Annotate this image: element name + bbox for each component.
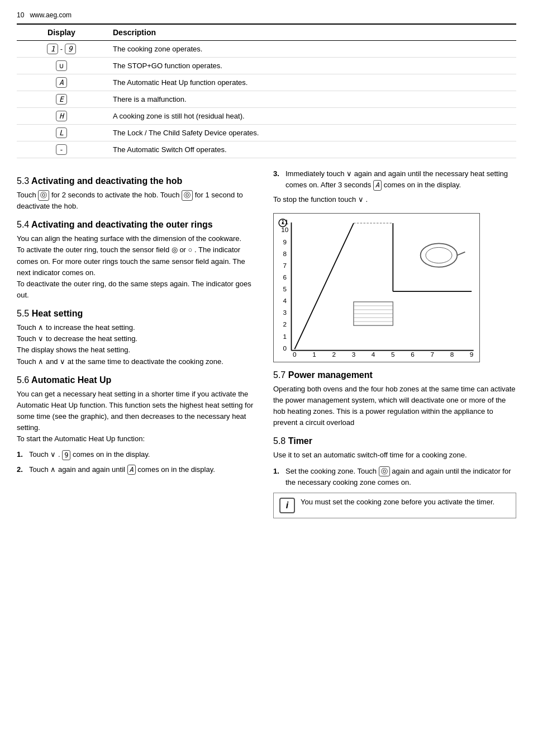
- section-58-steps: 1. Set the cooking zone. Touch ⓞ again a…: [273, 466, 516, 488]
- section-55-body: Touch ∧ to increase the heat setting. To…: [17, 322, 260, 367]
- section-57-title: Power management: [288, 370, 373, 380]
- left-column: 5.3 Activating and deactivating the hob …: [17, 168, 260, 518]
- table-cell-description: The Lock / The Child Safety Device opera…: [106, 125, 516, 141]
- info-text: You must set the cooking zone before you…: [301, 498, 494, 506]
- section-57: 5.7 Power management Operating both oven…: [273, 370, 516, 429]
- svg-text:0: 0: [283, 344, 287, 352]
- section-54-num: 5.4: [17, 220, 29, 229]
- info-box: i You must set the cooking zone before y…: [273, 493, 516, 518]
- svg-text:8: 8: [450, 351, 454, 357]
- table-cell-display: E: [17, 91, 106, 108]
- main-content: 5.3 Activating and deactivating the hob …: [17, 168, 516, 518]
- table-cell-description: The Automatic Heat Up function operates.: [106, 74, 516, 91]
- svg-text:3: 3: [352, 351, 356, 357]
- svg-line-36: [457, 252, 465, 256]
- svg-text:8: 8: [283, 250, 287, 257]
- graph-svg: 0 1 2 3 4 5 6 7 8 9 10 11 0 1 2 3 4 5 6: [278, 219, 475, 357]
- power-sym: ⓞ: [38, 190, 49, 201]
- nine-sym: 9: [62, 450, 70, 461]
- svg-text:5: 5: [283, 285, 287, 292]
- right-column: 3. Immediately touch ∨ again and again u…: [273, 168, 516, 518]
- section-55-num: 5.5: [17, 309, 29, 318]
- section-54-title: Activating and deactivating the outer ri…: [31, 220, 213, 229]
- table-cell-display: L: [17, 125, 106, 141]
- svg-text:9: 9: [283, 238, 287, 245]
- table-cell-display: H: [17, 108, 106, 125]
- stop-function-text: To stop the function touch ∨ .: [273, 194, 516, 205]
- svg-point-35: [426, 248, 452, 263]
- section-54: 5.4 Activating and deactivating the oute…: [17, 220, 260, 301]
- display-description-table: Display Description 1 - 9The cooking zon…: [17, 23, 516, 158]
- table-row: AThe Automatic Heat Up function operates…: [17, 74, 516, 91]
- section-53-num: 5.3: [17, 176, 29, 186]
- table-cell-description: The cooking zone operates.: [106, 41, 516, 58]
- step-56-3: 3. Immediately touch ∨ again and again u…: [273, 168, 516, 191]
- svg-text:4: 4: [283, 297, 287, 305]
- section-58-num: 5.8: [273, 436, 285, 446]
- table-cell-display: A: [17, 74, 106, 91]
- step-58-1: 1. Set the cooking zone. Touch ⓞ again a…: [273, 466, 516, 488]
- table-cell-display: ∪: [17, 58, 106, 74]
- step-56-2: 2. Touch ∧ again and again until A comes…: [17, 464, 260, 475]
- info-icon: i: [279, 498, 295, 513]
- table-cell-display: -: [17, 141, 106, 158]
- table-cell-description: The Automatic Switch Off operates.: [106, 141, 516, 158]
- section-58: 5.8 Timer Use it to set an automatic swi…: [273, 436, 516, 518]
- section-54-body: You can align the heating surface with t…: [17, 233, 260, 301]
- table-row: ∪The STOP+GO function operates.: [17, 58, 516, 74]
- section-56: 5.6 Automatic Heat Up You can get a nece…: [17, 375, 260, 475]
- svg-text:2: 2: [283, 321, 287, 328]
- section-56-steps: 1. Touch ∨ . 9 comes on in the display. …: [17, 449, 260, 475]
- section-56-title: Automatic Heat Up: [31, 375, 111, 385]
- table-cell-display: 1 - 9: [17, 41, 106, 58]
- a-sym2: A: [373, 180, 382, 191]
- a-sym: A: [127, 465, 136, 475]
- svg-text:6: 6: [411, 351, 415, 357]
- svg-text:5: 5: [391, 351, 395, 357]
- table-col-description: Description: [106, 24, 516, 41]
- section-53-title: Activating and deactivating the hob: [31, 176, 182, 186]
- section-55-title: Heat setting: [32, 309, 83, 318]
- table-row: -The Automatic Switch Off operates.: [17, 141, 516, 158]
- table-row: LThe Lock / The Child Safety Device oper…: [17, 125, 516, 141]
- table-col-display: Display: [17, 24, 106, 41]
- svg-text:9: 9: [470, 351, 474, 357]
- step-56-3-cont: 3. Immediately touch ∨ again and again u…: [273, 168, 516, 205]
- page-number: 10 www.aeg.com: [17, 11, 516, 19]
- table-cell-description: There is a malfunction.: [106, 91, 516, 108]
- section-53-body: Touch ⓞ for 2 seconds to activate the ho…: [17, 190, 260, 212]
- section-58-title: Timer: [288, 436, 312, 446]
- section-56-body: You can get a necessary heat setting in …: [17, 389, 260, 445]
- table-cell-description: The STOP+GO function operates.: [106, 58, 516, 74]
- svg-text:2: 2: [332, 351, 336, 357]
- svg-line-24: [294, 223, 354, 349]
- svg-text:1: 1: [283, 333, 287, 340]
- table-row: HA cooking zone is still hot (residual h…: [17, 108, 516, 125]
- step-56-1: 1. Touch ∨ . 9 comes on in the display.: [17, 449, 260, 460]
- timer-sym: ⓞ: [379, 466, 390, 477]
- section-58-body: Use it to set an automatic switch-off ti…: [273, 450, 516, 461]
- svg-text:0: 0: [293, 351, 297, 357]
- svg-text:3: 3: [283, 309, 287, 316]
- graph-clock-icon: ⨀: [278, 217, 287, 228]
- svg-text:6: 6: [283, 273, 287, 281]
- svg-text:4: 4: [372, 351, 375, 357]
- section-57-num: 5.7: [273, 370, 285, 380]
- table-row: EThere is a malfunction.: [17, 91, 516, 108]
- section-57-body: Operating both ovens and the four hob zo…: [273, 384, 516, 429]
- svg-text:7: 7: [430, 351, 434, 357]
- table-row: 1 - 9The cooking zone operates.: [17, 41, 516, 58]
- section-56-num: 5.6: [17, 375, 29, 385]
- section-55: 5.5 Heat setting Touch ∧ to increase the…: [17, 309, 260, 367]
- svg-text:1: 1: [312, 351, 316, 357]
- svg-text:7: 7: [283, 262, 287, 269]
- table-cell-description: A cooking zone is still hot (residual he…: [106, 108, 516, 125]
- power-sym2: ⓞ: [182, 190, 193, 201]
- heat-graph: ⨀ 0 1 2 3 4 5 6 7 8 9 10 11 0 1 2 3 4: [273, 213, 480, 362]
- section-53: 5.3 Activating and deactivating the hob …: [17, 176, 260, 212]
